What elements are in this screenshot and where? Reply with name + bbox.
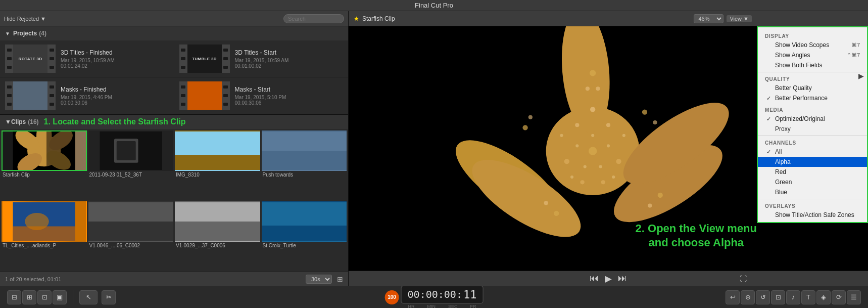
svg-point-27	[601, 180, 605, 184]
projects-grid: ROTATE 3D 3D Titles - Finished Mar 19, 2…	[0, 40, 348, 114]
right-tool-7[interactable]: ◈	[816, 290, 831, 304]
global-bottom-toolbar: ⊟ ⊞ ⊡ ▣ ↖ ✂ 100 00:00:00:11 HR MIN SEC F…	[0, 286, 868, 308]
project-info: Masks - Finished Mar 19, 2015, 4:46 PM 0…	[61, 86, 169, 106]
duration-select[interactable]: 30s 1m 2m	[306, 275, 332, 284]
dropdown-item-optimized-original[interactable]: ✓ Optimized/Original	[758, 114, 867, 124]
project-date: Mar 19, 2015, 5:10 PM	[235, 95, 344, 100]
project-item[interactable]: Masks - Finished Mar 19, 2015, 4:46 PM 0…	[0, 77, 174, 114]
star-icon: ★	[354, 15, 359, 22]
dropdown-item-all[interactable]: ✓ All	[758, 147, 867, 157]
search-input[interactable]	[283, 14, 344, 23]
right-tool-4[interactable]: ⊡	[771, 290, 785, 304]
svg-point-28	[581, 180, 585, 184]
left-toolbar: Hide Rejected ▼	[0, 11, 348, 26]
hide-rejected-button[interactable]: Hide Rejected ▼	[4, 16, 46, 22]
clips-count: (16)	[28, 118, 38, 125]
viewer-area: 2. Open the View menuand choose Alpha DI…	[349, 26, 868, 271]
svg-point-43	[599, 165, 602, 168]
svg-point-34	[658, 193, 663, 198]
tool-1[interactable]: ⊟	[7, 290, 21, 304]
right-tool-3[interactable]: ↺	[756, 290, 770, 304]
projects-header[interactable]: ▼ Projects (4)	[0, 26, 348, 40]
svg-point-45	[622, 134, 625, 137]
timecode-frame: 11	[463, 288, 477, 301]
project-item[interactable]: ROTATE 3D 3D Titles - Finished Mar 19, 2…	[0, 40, 174, 77]
clip-thumbnail	[88, 201, 174, 242]
hide-rejected-arrow: ▼	[40, 16, 46, 22]
tool-4[interactable]: ▣	[53, 290, 67, 304]
duration-control-left: 30s 1m 2m	[306, 275, 332, 284]
svg-point-21	[590, 107, 595, 112]
svg-point-31	[586, 86, 590, 91]
view-menu-button[interactable]: View ▼	[727, 15, 752, 22]
svg-point-42	[575, 144, 578, 147]
timecode-marker-label: 100	[388, 294, 396, 300]
svg-point-13	[25, 212, 49, 230]
svg-rect-7	[46, 131, 75, 170]
clips-view-toggle[interactable]: ⊞	[337, 275, 343, 283]
clip-name: St Croix_Turtle	[262, 242, 347, 249]
list-item[interactable]: V1-0029_...37_C0006	[175, 201, 260, 271]
projects-label: Projects	[13, 30, 37, 37]
dropdown-item-better-performance[interactable]: ✓ Better Performance	[758, 93, 867, 103]
right-tool-9[interactable]: ☰	[847, 290, 861, 304]
clip-name: 2011-09-23 01_52_36T	[88, 171, 174, 179]
dropdown-item-show-video-scopes[interactable]: Show Video Scopes ⌘7	[758, 40, 867, 50]
tc-min: MIN	[427, 304, 436, 309]
clips-header[interactable]: ▼ Clips (16) 1. Locate and Select the St…	[0, 115, 348, 129]
right-tool-8[interactable]: ⟳	[832, 290, 846, 304]
svg-point-47	[612, 175, 615, 179]
dropdown-section-overlays: OVERLAYS	[758, 201, 867, 210]
dropdown-item-show-title-safe[interactable]: Show Title/Action Safe Zones	[758, 210, 867, 220]
list-item[interactable]: TL_Cities_....adlands_P	[2, 201, 87, 271]
project-duration: 00:01:00:02	[235, 63, 344, 69]
clips-grid: Starfish Clip 2011-09-23 01_52_36T IMG_8…	[0, 129, 348, 272]
dropdown-item-better-quality[interactable]: Better Quality	[758, 83, 867, 93]
list-item[interactable]: 2011-09-23 01_52_36T	[88, 130, 174, 200]
dropdown-item-show-angles[interactable]: Show Angles ⌃⌘7	[758, 50, 867, 60]
right-tool-1[interactable]: ↩	[726, 290, 740, 304]
main-layout: Hide Rejected ▼ ▼ Projects (4) ROTATE 3D	[0, 11, 868, 286]
svg-point-24	[589, 147, 597, 155]
tool-3[interactable]: ⊡	[37, 290, 52, 304]
list-item[interactable]: V1-0046_....06_C0002	[88, 201, 174, 271]
clip-name: Starfish Clip	[2, 171, 87, 179]
tc-fr: FR	[470, 304, 476, 309]
rewind-to-start-button[interactable]: ⏮	[590, 273, 599, 284]
list-item[interactable]: IMG_8310	[175, 130, 260, 200]
svg-point-35	[648, 203, 652, 207]
dropdown-item-alpha[interactable]: Alpha	[758, 157, 867, 167]
dropdown-item-red[interactable]: Red	[758, 167, 867, 177]
list-item[interactable]: Starfish Clip	[2, 130, 87, 200]
clip-name: IMG_8310	[175, 171, 260, 179]
dropdown-section-display: DISPLAY	[758, 31, 867, 40]
right-tool-2[interactable]: ⊕	[741, 290, 755, 304]
dropdown-item-show-both-fields[interactable]: Show Both Fields	[758, 60, 867, 70]
selection-status: 1 of 20 selected, 01:01	[5, 276, 61, 282]
project-date: Mar 19, 2015, 10:59 AM	[61, 58, 169, 63]
fullscreen-button[interactable]: ⛶	[740, 275, 747, 283]
play-button[interactable]: ▶	[605, 273, 612, 284]
timecode-marker: 100	[385, 290, 399, 304]
right-tool-5[interactable]: ♪	[786, 290, 800, 304]
clip-name: V1-0046_....06_C0002	[88, 242, 174, 249]
tool-2[interactable]: ⊞	[22, 290, 36, 304]
bottom-status-bar: 1 of 20 selected, 01:01 30s 1m 2m ⊞	[0, 272, 348, 286]
svg-point-26	[564, 159, 569, 164]
zoom-select[interactable]: 46% 25% 50% 100%	[694, 14, 724, 23]
project-item[interactable]: TUMBLE 3D 3D Titles - Start Mar 19, 2015…	[174, 40, 349, 77]
clip-thumbnail	[175, 201, 260, 242]
timecode-box[interactable]: 00:00:00:11	[401, 286, 484, 303]
right-tool-6[interactable]: T	[801, 290, 815, 304]
list-item[interactable]: Push towards	[262, 130, 347, 200]
svg-point-32	[642, 109, 647, 114]
project-item[interactable]: Masks - Start Mar 19, 2015, 5:10 PM 00:0…	[174, 77, 349, 114]
list-item[interactable]: St Croix_Turtle	[262, 201, 347, 271]
dropdown-item-blue[interactable]: Blue	[758, 187, 867, 197]
dropdown-item-proxy[interactable]: Proxy	[758, 124, 867, 134]
tc-sec: SEC	[448, 304, 458, 309]
dropdown-item-green[interactable]: Green	[758, 177, 867, 187]
select-tool[interactable]: ↖	[79, 290, 98, 304]
forward-to-end-button[interactable]: ⏭	[618, 273, 627, 284]
trim-tool[interactable]: ✂	[102, 290, 116, 304]
